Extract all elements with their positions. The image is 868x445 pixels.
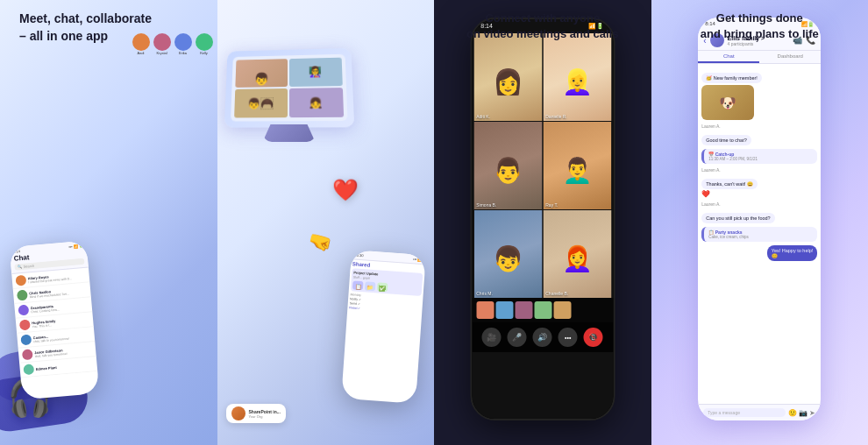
floating-screen: 👦 👩‍🏫 👦‍🦱 👧: [224, 48, 353, 128]
message-food: Lauren A. Can you still pick up the food…: [701, 201, 817, 223]
screen-stand: [263, 124, 316, 142]
message-chat-time: Lauren A. Good time to chat?: [701, 124, 817, 145]
participant-thumbnails: [472, 298, 613, 322]
profile-card: SharePoint in... Your Org: [226, 404, 286, 423]
end-call-button[interactable]: 📵: [584, 328, 603, 347]
message-reply: Yes! Happy to help!😊: [701, 245, 817, 261]
emoji-icon[interactable]: 🙂: [788, 409, 797, 417]
video-cell-2: 👱‍♀️ Danielle R.: [543, 33, 611, 121]
message-thanks: Lauren A. Thanks, can't wait! 😄 ❤️: [701, 167, 817, 198]
panel-plans-title: Get things done and bring plans to life: [651, 11, 869, 42]
video-cell-4: 👨‍🦱 Ray T.: [543, 122, 611, 209]
video-cell-3: 👨 Simona B.: [473, 122, 542, 209]
panel-chat-title: Meet, chat, collaborate – all in one app: [9, 11, 162, 45]
phone-mockup-collaborate: 10:30 ▪▪▪ 📶 Shared Project Update Stuff.…: [341, 250, 426, 404]
video-button[interactable]: 🎥: [482, 328, 502, 347]
event-card: 📅 Catch-up 11:30 AM – 2:00 PM, 9/1/21: [701, 149, 817, 164]
phone-plans-frame: 8:14 📶🔋 ‹ Ellis family > 4 participants …: [698, 18, 821, 420]
call-controls: 🎥 🎤 🔊 ••• 📵: [472, 322, 613, 352]
message-new-member: 🥳 New family member! 🐶: [701, 67, 817, 120]
camera-icon[interactable]: 📷: [799, 409, 808, 417]
video-cell-6: 👩‍🦰 Chanelle B.: [543, 210, 611, 298]
speaker-button[interactable]: 🔊: [533, 328, 552, 347]
list-card: 📋 Party snacks Cake, ice cream, chips: [701, 227, 817, 242]
message-input[interactable]: Type a message: [703, 408, 786, 417]
panel-video: Connect with anyone on video meetings an…: [434, 0, 651, 445]
video-grid: 👩 Aditi K. 👱‍♀️ Danielle R. 👨 Simona B.: [473, 33, 611, 298]
chat-messages: 🥳 New family member! 🐶 Lauren A. Good ti…: [698, 64, 821, 375]
dog-photo: 🐶: [701, 85, 754, 120]
panel-plans: Get things done and bring plans to life …: [651, 0, 869, 445]
phone-mockup-chat: 8:14 ▪▪▪ 📶 🔋 Chat 🔍 Search Hilary Reyes …: [10, 240, 100, 399]
video-cell-1: 👩 Aditi K.: [473, 33, 542, 121]
send-icon[interactable]: ➤: [809, 409, 815, 417]
mic-button[interactable]: 🎤: [508, 328, 527, 347]
fist-emoji: 🤜: [306, 229, 335, 257]
message-input-bar: Type a message 🙂 📷 ➤: [698, 404, 821, 420]
tab-dashboard[interactable]: Dashboard: [759, 51, 821, 63]
chat-list: Hilary Reyes I shared the great news wit…: [11, 267, 97, 378]
heart-emoji: ❤️: [332, 178, 359, 202]
panel-chat: 🎧 Meet, chat, collaborate – all in one a…: [0, 0, 217, 445]
video-cell-5: 👦 Chris M.: [473, 210, 542, 298]
panel-collaborate: 👦 👩‍🏫 👦‍🦱 👧 10:30 ▪▪▪ 📶 Shared: [217, 0, 435, 445]
tab-chat[interactable]: Chat: [698, 51, 759, 63]
chat-tabs: Chat Dashboard: [698, 51, 821, 64]
more-button[interactable]: •••: [559, 328, 578, 347]
panel-video-title: Connect with anyone on video meetings an…: [434, 11, 651, 42]
input-icons: 🙂 📷 ➤: [788, 409, 815, 417]
phone-video-frame: 8:14 📶🔋 👩 Aditi K. 👱‍♀️ Danielle R.: [470, 18, 615, 420]
